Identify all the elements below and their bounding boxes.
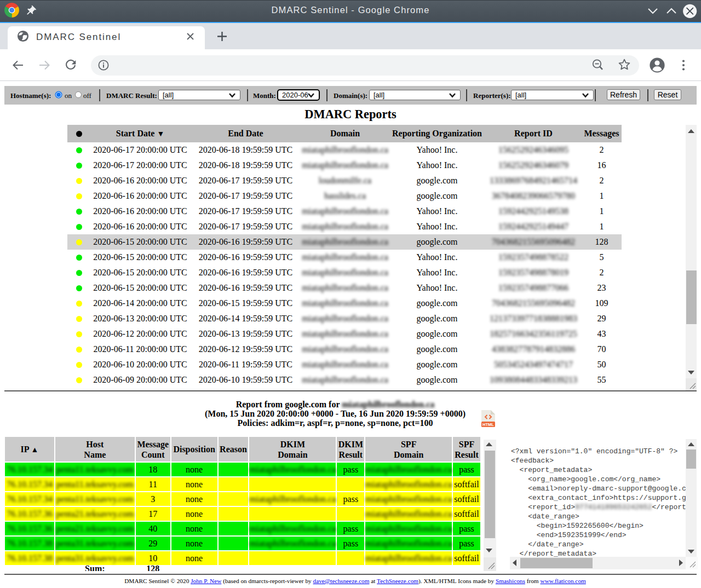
svg-text:HTML: HTML [482, 422, 494, 427]
